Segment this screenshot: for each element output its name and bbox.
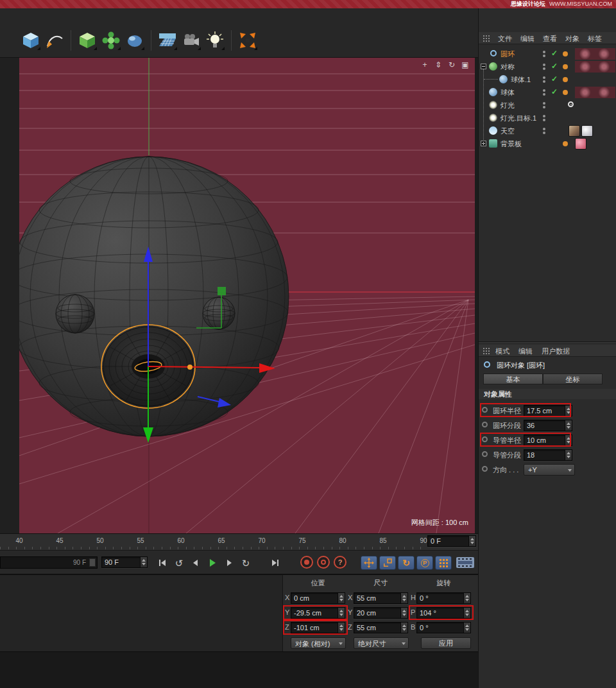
record-parameter-button[interactable]: P xyxy=(416,556,433,570)
record-keyframe-button[interactable] xyxy=(300,556,313,569)
viewport-maximize-icon[interactable]: ▣ xyxy=(461,60,470,69)
add-cube-icon[interactable] xyxy=(21,30,41,51)
keyframe-help-button[interactable]: ? xyxy=(334,556,346,569)
viewport-pan-icon[interactable]: + xyxy=(420,60,429,69)
material-tag-thumbnails[interactable] xyxy=(575,48,615,60)
phong-tag-icon[interactable] xyxy=(563,77,568,82)
play-button[interactable] xyxy=(205,555,220,571)
ring-radius-field[interactable]: 17.5 cm xyxy=(524,405,572,417)
orientation-dropdown[interactable]: +Y xyxy=(524,464,575,476)
phong-tag-icon[interactable] xyxy=(563,64,568,69)
expand-expander-icon[interactable] xyxy=(481,141,486,146)
visibility-dots[interactable] xyxy=(543,88,545,97)
visibility-dots[interactable] xyxy=(543,62,545,71)
visibility-dots[interactable] xyxy=(543,114,545,123)
compositing-tag[interactable] xyxy=(581,125,593,137)
size-y-field[interactable]: 20 cm xyxy=(354,607,408,619)
play-backward-loop-button[interactable]: ↺ xyxy=(171,555,187,571)
coord-size-dropdown[interactable]: 绝对尺寸 xyxy=(354,637,409,649)
record-position-button[interactable] xyxy=(361,556,377,570)
enable-check-icon[interactable]: ✓ xyxy=(551,62,558,71)
phong-tag-icon[interactable] xyxy=(563,51,568,56)
object-row-sphere[interactable]: 球体 ✓ xyxy=(479,86,616,99)
phong-tag-icon[interactable] xyxy=(563,90,568,95)
frame-stepper[interactable] xyxy=(468,536,475,546)
small-sphere-mid[interactable] xyxy=(203,297,235,329)
camera-icon[interactable] xyxy=(181,30,201,51)
hdri-texture-tag[interactable] xyxy=(569,125,580,137)
enable-check-icon[interactable]: ✓ xyxy=(551,49,558,58)
keyframe-toggle-icon[interactable] xyxy=(482,451,488,457)
range-end-field[interactable]: 90 F xyxy=(101,556,148,568)
am-menu-edit[interactable]: 编辑 xyxy=(518,347,533,356)
ring-segments-field[interactable]: 36 xyxy=(524,420,572,431)
material-tag-thumbnails[interactable] xyxy=(575,87,615,98)
keyframe-toggle-icon[interactable] xyxy=(482,407,488,413)
enable-check-icon[interactable]: ✓ xyxy=(551,87,558,96)
phong-tag-icon[interactable] xyxy=(563,141,568,146)
size-x-field[interactable]: 55 cm xyxy=(354,592,408,604)
object-row-symmetry[interactable]: 对称 ✓ xyxy=(479,60,616,73)
keyframe-toggle-icon[interactable] xyxy=(482,436,488,442)
keyframe-toggle-icon[interactable] xyxy=(482,422,488,427)
am-menu-mode[interactable]: 模式 xyxy=(495,347,509,356)
record-rotation-button[interactable]: ↻ xyxy=(398,556,415,570)
collapse-expander-icon[interactable] xyxy=(481,64,486,69)
object-row-light[interactable]: 灯光 xyxy=(479,99,616,112)
pipe-segments-field[interactable]: 18 xyxy=(524,449,572,461)
target-tag-icon[interactable] xyxy=(568,101,574,107)
pos-z-field[interactable]: -101 cm xyxy=(291,622,345,633)
viewport-rotate-icon[interactable]: ↻ xyxy=(447,60,456,69)
object-row-sky[interactable]: 天空 xyxy=(479,125,616,137)
object-row-background[interactable]: 背景板 xyxy=(479,137,616,150)
preview-range-slider[interactable]: 90 F xyxy=(0,556,98,569)
om-menu-file[interactable]: 文件 xyxy=(498,34,512,44)
light-icon[interactable] xyxy=(205,30,225,51)
visibility-dots[interactable] xyxy=(543,126,545,135)
om-menu-tags[interactable]: 标签 xyxy=(588,34,602,44)
tab-coordinates[interactable]: 坐标 xyxy=(543,374,603,384)
rot-p-field[interactable]: 104 ° xyxy=(416,607,471,619)
rot-b-field[interactable]: 0 ° xyxy=(416,622,471,633)
metaball-icon[interactable] xyxy=(124,30,145,51)
enable-check-icon[interactable]: ✓ xyxy=(551,74,558,83)
range-stepper[interactable] xyxy=(140,557,147,567)
timeline-ruler[interactable]: 40 45 50 55 60 65 70 75 80 85 90 xyxy=(0,533,478,551)
apply-button[interactable]: 应用 xyxy=(421,637,471,649)
visibility-dots[interactable] xyxy=(543,49,545,58)
pos-y-field[interactable]: -29.5 cm xyxy=(291,607,345,619)
record-scale-button[interactable] xyxy=(379,556,396,570)
play-forward-loop-button[interactable]: ↻ xyxy=(238,555,253,571)
keyframe-toggle-icon[interactable] xyxy=(482,466,488,472)
rot-h-field[interactable]: 0 ° xyxy=(416,592,471,604)
autokey-button[interactable] xyxy=(317,556,330,569)
small-sphere-left[interactable] xyxy=(56,295,94,333)
om-menu-view[interactable]: 查看 xyxy=(543,34,557,44)
panel-grid-icon[interactable] xyxy=(483,35,484,37)
goto-end-button[interactable] xyxy=(268,555,283,571)
axis-tool-icon[interactable] xyxy=(237,30,258,51)
record-pla-button[interactable] xyxy=(435,556,452,570)
keyframe-panel-icon[interactable] xyxy=(456,556,474,571)
object-row-sphere1[interactable]: 球体.1 ✓ xyxy=(479,73,616,86)
visibility-dots[interactable] xyxy=(543,101,545,110)
material-tag-pink[interactable] xyxy=(575,138,586,150)
goto-start-button[interactable] xyxy=(155,555,170,571)
object-row-circle[interactable]: 圆环 ✓ xyxy=(479,47,616,60)
viewport[interactable]: + ⇕ ↻ ▣ 网格间距 : 100 cm xyxy=(19,58,475,533)
pipe-radius-field[interactable]: 10 cm xyxy=(524,434,572,446)
viewport-zoom-icon[interactable]: ⇕ xyxy=(434,60,443,69)
om-menu-object[interactable]: 对象 xyxy=(565,34,579,44)
coord-mode-dropdown[interactable]: 对象 (相对) xyxy=(291,637,346,649)
am-menu-userdata[interactable]: 用户数据 xyxy=(542,347,570,356)
visibility-dots[interactable] xyxy=(543,75,545,84)
modeling-array-icon[interactable] xyxy=(101,30,121,51)
previous-frame-button[interactable] xyxy=(188,555,203,571)
generator-cube-icon[interactable] xyxy=(77,30,98,51)
environment-floor-icon[interactable] xyxy=(157,30,178,51)
draw-spline-icon[interactable] xyxy=(44,30,65,51)
panel-grid-icon[interactable] xyxy=(483,348,484,349)
next-frame-button[interactable] xyxy=(221,555,237,571)
object-row-light-target[interactable]: 灯光.目标.1 xyxy=(479,112,616,125)
range-slider-handle[interactable] xyxy=(89,558,96,567)
